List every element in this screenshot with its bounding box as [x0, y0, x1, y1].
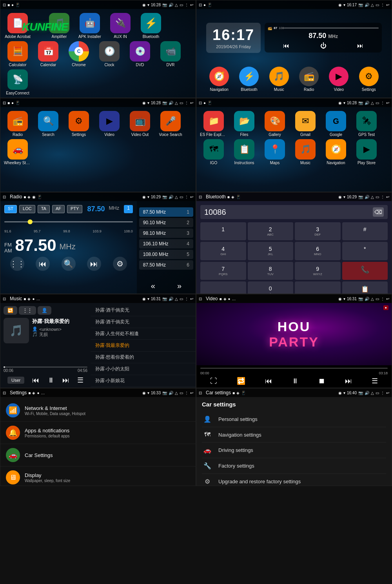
video-prev[interactable]: ⏮ — [265, 377, 272, 385]
app-gmail[interactable]: ✉ Gmail — [291, 111, 319, 137]
app-radio[interactable]: 📻 Radio — [4, 111, 32, 137]
app-settings[interactable]: ⚙ Settings — [65, 111, 93, 137]
home-video-icon[interactable]: ▶ Video — [329, 67, 348, 92]
key-2[interactable]: 2ABC — [248, 222, 294, 240]
bt-clear-btn[interactable]: ⌫ — [373, 207, 384, 217]
music-prev[interactable]: ⏮ — [32, 376, 39, 384]
music-user-mode[interactable]: User — [7, 377, 24, 384]
home-bt-icon[interactable]: ⚡ Bluetooth — [239, 67, 259, 92]
music-next[interactable]: ⏭ — [62, 376, 69, 384]
back-music[interactable]: ↩ — [190, 297, 193, 301]
app-apk-installer[interactable]: 🤖 APK Installer — [76, 13, 104, 39]
home-settings-icon[interactable]: ⚙ Settings — [359, 67, 379, 92]
back-ml[interactable]: ↩ — [190, 101, 193, 105]
freq-item-5[interactable]: 108.00 MHz 5 — [139, 250, 193, 259]
freq-page-next[interactable]: » — [177, 281, 181, 290]
back-bt[interactable]: ↩ — [386, 195, 389, 199]
freq-item-6[interactable]: 87.50 MHz 6 — [139, 260, 193, 270]
video-playlist[interactable]: ☰ — [372, 377, 378, 385]
app-voicesearch[interactable]: 🎤 Voice Search — [156, 111, 185, 137]
freq-item-1[interactable]: 87.50 MHz 1 — [139, 207, 193, 217]
band-ta[interactable]: TA — [38, 205, 50, 213]
app-dvd[interactable]: 💿 DVD — [126, 41, 154, 67]
app-instructions[interactable]: 📋 Instructions — [230, 139, 258, 165]
playlist-item-3[interactable]: 孙露·我最亲爱的 — [91, 340, 196, 352]
app-video[interactable]: ▶ Video — [95, 111, 123, 137]
freq-page-prev[interactable]: « — [151, 281, 155, 290]
app-gallery[interactable]: 🎨 Gallery — [261, 111, 289, 137]
car-driving[interactable]: 🚗 Driving settings — [202, 443, 386, 458]
band-pty[interactable]: PTY — [67, 205, 82, 213]
band-af[interactable]: AF — [52, 205, 65, 213]
app-esfile[interactable]: 📁 ES File Explorer — [200, 111, 228, 137]
playlist-item-2[interactable]: 孙露·人生何处不相逢 — [91, 328, 196, 340]
freq-item-4[interactable]: 106.10 MHz 4 — [139, 239, 193, 248]
app-clock[interactable]: 🕐 Clock — [95, 41, 123, 67]
key-6[interactable]: 6MNO — [295, 242, 341, 260]
music-menu[interactable]: ☰ — [77, 376, 83, 384]
freq-item-2[interactable]: 90.10 MHz 2 — [139, 218, 193, 227]
video-next[interactable]: ⏭ — [345, 377, 352, 385]
key-1[interactable]: 1 — [200, 222, 246, 240]
app-navigation-mr[interactable]: 🧭 Navigation — [322, 139, 350, 165]
playlist-item-0[interactable]: 孙露·酒干倘卖无 — [91, 305, 196, 316]
video-screen[interactable]: HOU PARTY ● — [196, 303, 392, 365]
freq-item-3[interactable]: 98.10 MHz 3 — [139, 229, 193, 238]
video-progress-bar[interactable] — [200, 368, 388, 369]
playlist-item-7[interactable]: 孙露·用心良苦 — [91, 387, 196, 388]
music-tab-repeat[interactable]: 🔁 — [4, 306, 17, 315]
video-play[interactable]: ⏸ — [292, 377, 299, 385]
video-fullscreen[interactable]: ⛶ — [210, 377, 217, 385]
radio-eq-btn[interactable]: ⚙ — [113, 257, 127, 271]
radio-next-btn[interactable]: ⏭ — [87, 257, 101, 271]
music-pause[interactable]: ⏸ — [47, 376, 54, 384]
app-calendar[interactable]: 📅 Calendar — [34, 41, 62, 67]
playlist-item-6[interactable]: 孙露·小新娘花 — [91, 375, 196, 387]
app-dvr[interactable]: 📹 DVR — [156, 41, 185, 67]
setting-car[interactable]: 🚗 Car Settings — [0, 444, 196, 466]
back-cs[interactable]: ↩ — [386, 391, 389, 395]
app-files[interactable]: 📂 Files — [230, 111, 258, 137]
key-0[interactable]: 0+ — [248, 281, 294, 294]
car-navigation[interactable]: 🗺 Navigation settings — [202, 427, 386, 443]
back-settings[interactable]: ↩ — [190, 391, 193, 395]
key-9[interactable]: 9WXYZ — [295, 262, 341, 280]
key-8[interactable]: 8TUV — [248, 262, 294, 280]
key-hash[interactable]: # — [342, 222, 388, 240]
playlist-item-5[interactable]: 孙露·小小的太阳 — [91, 363, 196, 375]
video-stop[interactable]: ⏹ — [318, 377, 325, 385]
home-radio-icon[interactable]: 📻 Radio — [299, 67, 319, 92]
app-igo[interactable]: 🗺 IGO — [200, 139, 228, 165]
setting-display[interactable]: 🖥 Display Wallpaper, sleep, font size — [0, 466, 196, 486]
app-bluetooth-tl[interactable]: ⚡ Bluetooth — [137, 13, 165, 39]
music-tab-user[interactable]: 👤 — [38, 306, 51, 315]
key-contacts[interactable]: 📋 — [342, 281, 388, 294]
app-easyconnect[interactable]: 📡 EasyConnect — [4, 69, 32, 95]
playlist-item-1[interactable]: 孙露·酒干倘卖无 — [91, 316, 196, 328]
app-chrome[interactable]: C Chrome — [65, 41, 93, 67]
app-wheelkey[interactable]: 🚗 Wheelkey Stu... — [4, 139, 32, 165]
car-personal[interactable]: 👤 Personal settings — [202, 412, 386, 427]
car-factory[interactable]: 🔧 Factory settings — [202, 458, 386, 474]
music-tab-list[interactable]: ⋮⋮ — [19, 306, 36, 315]
app-music-mr[interactable]: 🎵 Music — [291, 139, 319, 165]
key-4[interactable]: 4GHI — [200, 242, 246, 260]
key-7[interactable]: 7PQRS — [200, 262, 246, 280]
app-google[interactable]: G Google — [322, 111, 350, 137]
car-upgrade[interactable]: ⚙ Upgrade and restore factory settings — [202, 474, 386, 486]
app-gpstest[interactable]: 🛰 GPS Test — [352, 111, 381, 137]
radio-search-btn[interactable]: 🔍 — [62, 257, 76, 271]
app-playstore[interactable]: ▶ Play Store — [352, 139, 381, 165]
back-icon-tr[interactable]: ↩ — [386, 3, 389, 7]
freq-slider[interactable] — [4, 216, 133, 227]
key-3[interactable]: 3DEF — [295, 222, 341, 240]
home-nav-icon[interactable]: 🧭 Navigation — [209, 67, 229, 92]
key-5[interactable]: 5JKL — [248, 242, 294, 260]
back-video[interactable]: ↩ — [386, 297, 389, 301]
app-maps[interactable]: 📍 Maps — [261, 139, 289, 165]
playlist-item-4[interactable]: 孙露·想着你爱着的 — [91, 352, 196, 363]
radio-prev-btn[interactable]: ⏮ — [36, 257, 50, 271]
back-mr[interactable]: ↩ — [386, 101, 389, 105]
band-st[interactable]: ST — [4, 205, 17, 213]
app-calculator[interactable]: 🧮 Calculator — [4, 41, 32, 67]
